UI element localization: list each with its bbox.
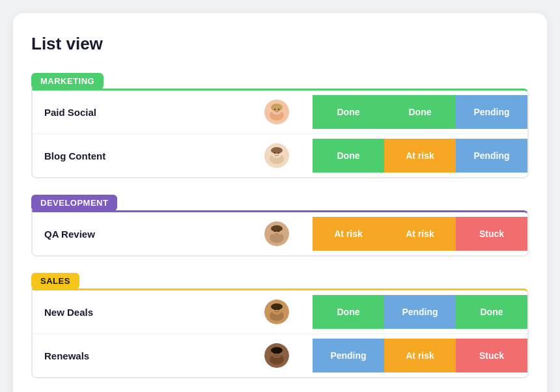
status-badge[interactable]: At risk bbox=[384, 339, 456, 372]
row-label-text: Blog Content bbox=[44, 150, 105, 161]
svg-point-24 bbox=[278, 309, 279, 310]
group-development: DEVELOPMENTQA Review At riskAt riskStuck bbox=[31, 194, 529, 257]
status-badge[interactable]: At risk bbox=[313, 217, 384, 251]
svg-point-15 bbox=[271, 225, 283, 232]
status-badge[interactable]: At risk bbox=[384, 139, 456, 173]
group-body-sales: New Deals DonePendingDoneRenewals Pendin… bbox=[31, 288, 529, 378]
svg-point-23 bbox=[274, 309, 275, 310]
row-label: QA Review bbox=[33, 212, 313, 255]
svg-rect-18 bbox=[272, 234, 281, 236]
svg-point-17 bbox=[278, 231, 279, 232]
status-cells: At riskAt riskStuck bbox=[313, 217, 527, 251]
row-label: Renewals bbox=[33, 334, 313, 377]
group-header-sales: SALES bbox=[31, 273, 79, 289]
table-row: New Deals DonePendingDone bbox=[33, 290, 527, 334]
status-badge[interactable]: Done bbox=[384, 95, 456, 129]
status-cells: DonePendingDone bbox=[313, 295, 527, 329]
row-label-text: New Deals bbox=[44, 307, 93, 318]
status-cells: PendingAt riskStuck bbox=[313, 339, 527, 372]
row-label: Blog Content bbox=[33, 134, 313, 177]
group-header-development: DEVELOPMENT bbox=[31, 195, 117, 211]
svg-point-3 bbox=[271, 104, 283, 111]
status-badge[interactable]: Stuck bbox=[456, 339, 527, 372]
status-badge[interactable]: Done bbox=[313, 95, 384, 129]
group-body-development: QA Review At riskAt riskStuck bbox=[31, 210, 529, 257]
avatar bbox=[264, 100, 289, 124]
svg-point-16 bbox=[274, 231, 275, 232]
avatar bbox=[264, 300, 289, 324]
main-card: List view MARKETINGPaid Social DoneDoneP… bbox=[13, 13, 547, 392]
svg-point-10 bbox=[274, 152, 275, 154]
avatar bbox=[264, 143, 289, 168]
table-row: Blog Content DoneAt riskPending bbox=[33, 134, 527, 177]
group-body-marketing: Paid Social DoneDonePendingBlog Content … bbox=[31, 89, 529, 178]
row-label-text: Renewals bbox=[44, 350, 89, 361]
page-title: List view bbox=[31, 34, 529, 54]
table-row: Paid Social DoneDonePending bbox=[33, 91, 527, 134]
status-cells: DoneAt riskPending bbox=[313, 139, 527, 173]
status-badge[interactable]: Pending bbox=[456, 95, 527, 129]
avatar bbox=[264, 221, 289, 246]
svg-point-30 bbox=[278, 352, 279, 354]
row-label-text: QA Review bbox=[44, 229, 95, 240]
avatar bbox=[264, 343, 289, 368]
row-label-text: Paid Social bbox=[44, 107, 96, 118]
svg-point-5 bbox=[278, 109, 279, 110]
svg-point-9 bbox=[271, 147, 283, 154]
status-badge[interactable]: Done bbox=[456, 295, 527, 329]
group-marketing: MARKETINGPaid Social DoneDonePendingBlog… bbox=[31, 72, 529, 178]
status-badge[interactable]: Pending bbox=[456, 139, 527, 173]
status-badge[interactable]: Pending bbox=[313, 339, 384, 372]
svg-point-29 bbox=[274, 352, 275, 354]
svg-point-11 bbox=[278, 152, 279, 154]
status-badge[interactable]: Stuck bbox=[456, 217, 527, 251]
status-badge[interactable]: Done bbox=[313, 295, 384, 329]
table-row: Renewals PendingAt riskStuck bbox=[33, 334, 527, 377]
status-badge[interactable]: Done bbox=[313, 139, 384, 173]
status-badge[interactable]: At risk bbox=[384, 217, 456, 251]
status-cells: DoneDonePending bbox=[313, 95, 527, 129]
status-badge[interactable]: Pending bbox=[384, 295, 456, 329]
groups-container: MARKETINGPaid Social DoneDonePendingBlog… bbox=[31, 72, 529, 378]
row-label: New Deals bbox=[33, 290, 313, 333]
table-row: QA Review At riskAt riskStuck bbox=[33, 212, 527, 255]
svg-point-4 bbox=[274, 109, 275, 110]
row-label: Paid Social bbox=[33, 91, 313, 133]
group-header-marketing: MARKETING bbox=[31, 73, 104, 89]
svg-point-22 bbox=[271, 303, 283, 310]
svg-point-28 bbox=[271, 347, 283, 354]
group-sales: SALESNew Deals DonePendingDoneRenewals P… bbox=[31, 272, 529, 378]
